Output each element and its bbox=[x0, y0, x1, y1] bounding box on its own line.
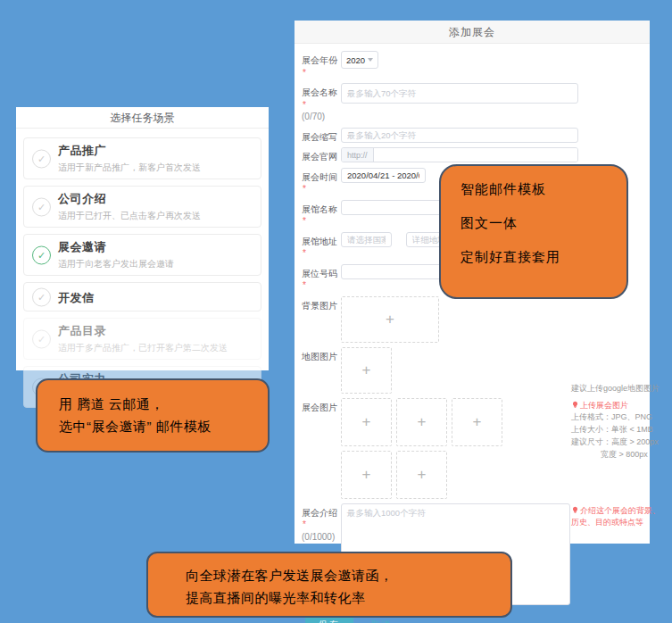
plus-icon: + bbox=[362, 361, 371, 379]
scenario-item-product-promo[interactable]: ✓ 产品推广 适用于新产品推广，新客户首次发送 bbox=[23, 137, 261, 179]
bulb-icon bbox=[571, 401, 579, 409]
required-mark: * bbox=[303, 100, 306, 110]
exhibition-name-input[interactable] bbox=[341, 83, 578, 104]
photo-upload-box[interactable]: + bbox=[341, 451, 392, 499]
plus-icon: + bbox=[362, 413, 371, 431]
required-mark: * bbox=[303, 184, 306, 194]
required-mark: * bbox=[303, 216, 306, 226]
callout-line: 定制好直接套用 bbox=[460, 249, 618, 266]
year-label: 展会年份 bbox=[302, 55, 337, 65]
scenario-title: 展会邀请 bbox=[58, 239, 253, 255]
cancel-button[interactable]: 取消 bbox=[371, 619, 391, 623]
intro-hint: 介绍这个展会的背景、历史、目的或特点等 bbox=[571, 505, 660, 530]
name-label: 展会名称 bbox=[302, 87, 337, 97]
row-bg-image: 背景图片 + bbox=[302, 296, 650, 343]
website-input[interactable] bbox=[374, 148, 577, 162]
row-website: 展会官网 http:// bbox=[302, 147, 650, 163]
intro-hint-text: 介绍这个展会的背景、历史、目的或特点等 bbox=[571, 506, 660, 527]
abbr-label: 展会缩写 bbox=[302, 128, 341, 144]
country-select-input[interactable] bbox=[341, 232, 392, 247]
required-mark: * bbox=[303, 280, 306, 290]
scenario-panel-title: 选择任务场景 bbox=[16, 107, 269, 129]
task-scenario-panel: 选择任务场景 ✓ 产品推广 适用于新产品推广，新客户首次发送 ✓ 公司介绍 适用… bbox=[16, 107, 269, 370]
row-name: 展会名称* (0/70) bbox=[302, 83, 650, 123]
scenario-subtitle: 适用于已打开、已点击客户再次发送 bbox=[58, 210, 253, 222]
venue-label: 展馆名称 bbox=[302, 204, 337, 214]
year-select-value: 2020 bbox=[346, 55, 365, 65]
website-input-group: http:// bbox=[341, 147, 578, 162]
photos-upload-hint: 上传展会图片 上传格式：JPG、PNG 上传大小：单张 < 1MB 建议尺寸：高… bbox=[571, 400, 660, 462]
row-photos: 展会图片 + + + + + 上传展会图片 上传格式：JPG、PNG 上传大小：… bbox=[302, 398, 650, 499]
photos-hint-format: 上传格式：JPG、PNG bbox=[571, 411, 660, 424]
photos-hint-size: 上传大小：单张 < 1MB bbox=[571, 424, 660, 436]
check-icon: ✓ bbox=[32, 197, 51, 216]
callout-template-features: 智能邮件模板 图文一体 定制好直接套用 bbox=[439, 164, 628, 299]
bg-image-label: 背景图片 bbox=[302, 296, 341, 343]
photo-upload-box[interactable]: + bbox=[341, 398, 392, 446]
scenario-item-product-catalog[interactable]: ✓ 产品目录 适用于多产品推广，已打开客户第二次发送 bbox=[23, 318, 261, 360]
callout-line: 向全球潜在客户发送展会邀请函， bbox=[186, 565, 503, 587]
form-body: 展会年份* 2020 展会名称* (0/70) 展会缩写 bbox=[295, 44, 650, 623]
scenario-item-dev-letter[interactable]: ✓ 开发信 bbox=[23, 282, 261, 312]
scenario-title: 开发信 bbox=[58, 290, 253, 306]
check-icon: ✓ bbox=[32, 149, 51, 168]
callout-line: 选中“展会邀请” 邮件模板 bbox=[59, 416, 261, 438]
plus-icon: + bbox=[386, 311, 394, 328]
year-select[interactable]: 2020 bbox=[341, 51, 378, 69]
slide-background: 选择任务场景 ✓ 产品推广 适用于新产品推广，新客户首次发送 ✓ 公司介绍 适用… bbox=[0, 0, 672, 623]
scenario-title: 公司介绍 bbox=[58, 191, 253, 207]
scenario-subtitle: 适用于多产品推广，已打开客户第二次发送 bbox=[58, 342, 253, 354]
address-label: 展馆地址 bbox=[302, 237, 337, 246]
plus-icon: + bbox=[473, 413, 482, 431]
url-prefix-label: http:// bbox=[342, 148, 374, 162]
photo-upload-box[interactable]: + bbox=[396, 451, 447, 499]
time-label: 展会时间 bbox=[302, 172, 337, 182]
bulb-icon bbox=[571, 506, 579, 514]
callout-instruction: 用 腾道 云邮通， 选中“展会邀请” 邮件模板 bbox=[36, 378, 270, 453]
scenario-title: 产品目录 bbox=[58, 323, 253, 339]
callout-line: 提高直播间的曝光率和转化率 bbox=[186, 587, 503, 610]
row-map-image: 地图图片 + 建议上传google地图图片 bbox=[302, 347, 650, 394]
name-counter: (0/70) bbox=[302, 112, 325, 121]
photos-hint-title: 上传展会图片 bbox=[580, 401, 628, 410]
photo-upload-box[interactable]: + bbox=[396, 398, 447, 446]
form-title: 添加展会 bbox=[295, 21, 650, 44]
map-upload-hint: 建议上传google地图图片 bbox=[571, 383, 660, 395]
photo-upload-grid: + + + + + bbox=[341, 398, 519, 499]
scenario-subtitle: 适用于向老客户发出展会邀请 bbox=[58, 258, 253, 270]
abbreviation-input[interactable] bbox=[341, 128, 578, 143]
intro-label: 展会介绍 bbox=[302, 508, 337, 518]
callout-goal: 向全球潜在客户发送展会邀请函， 提高直播间的曝光率和转化率 bbox=[146, 552, 512, 618]
booth-label: 展位号码 bbox=[302, 269, 337, 278]
chevron-down-icon bbox=[368, 58, 373, 62]
photos-hint-dim1: 建议尺寸：高度 > 200px bbox=[571, 436, 660, 449]
photos-label: 展会图片 bbox=[302, 398, 341, 499]
callout-line: 智能邮件模板 bbox=[460, 181, 618, 198]
background-upload-box[interactable]: + bbox=[341, 296, 439, 343]
callout-line: 图文一体 bbox=[460, 215, 618, 232]
scenario-title: 产品推广 bbox=[58, 143, 253, 159]
intro-counter: (0/1000) bbox=[302, 532, 335, 542]
required-mark: * bbox=[303, 248, 306, 258]
required-mark: * bbox=[303, 519, 306, 529]
check-icon: ✓ bbox=[32, 329, 51, 348]
map-image-label: 地图图片 bbox=[302, 347, 341, 394]
date-range-input[interactable] bbox=[341, 168, 426, 183]
row-year: 展会年份* 2020 bbox=[302, 51, 650, 79]
check-icon: ✓ bbox=[32, 287, 51, 306]
scenario-list: ✓ 产品推广 适用于新产品推广，新客户首次发送 ✓ 公司介绍 适用于已打开、已点… bbox=[16, 129, 269, 408]
callout-line: 用 腾道 云邮通， bbox=[59, 394, 261, 416]
check-icon-selected: ✓ bbox=[32, 245, 51, 264]
scenario-subtitle: 适用于新产品推广，新客户首次发送 bbox=[58, 162, 253, 174]
scenario-item-exhibition-invite[interactable]: ✓ 展会邀请 适用于向老客户发出展会邀请 bbox=[23, 234, 261, 276]
photos-hint-dim2: 宽度 > 800px bbox=[571, 449, 660, 461]
scenario-item-company-intro[interactable]: ✓ 公司介绍 适用于已打开、已点击客户再次发送 bbox=[23, 186, 261, 228]
website-label: 展会官网 bbox=[302, 147, 341, 163]
required-mark: * bbox=[303, 68, 306, 78]
row-abbr: 展会缩写 bbox=[302, 128, 650, 144]
plus-icon: + bbox=[362, 466, 371, 484]
plus-icon: + bbox=[418, 466, 427, 484]
map-upload-box[interactable]: + bbox=[341, 347, 392, 394]
plus-icon: + bbox=[418, 413, 427, 431]
photo-upload-box[interactable]: + bbox=[452, 398, 502, 446]
